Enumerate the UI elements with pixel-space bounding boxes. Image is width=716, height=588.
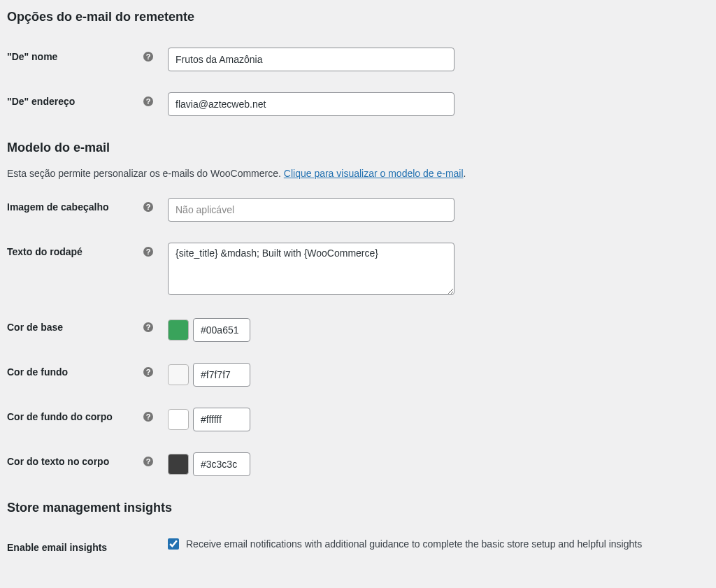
header-image-label: Imagem de cabeçalho (7, 201, 109, 213)
base-color-label: Cor de base (7, 322, 63, 333)
help-icon[interactable]: ? (143, 366, 154, 378)
from-address-input[interactable] (168, 92, 454, 116)
body-text-color-input[interactable] (193, 452, 250, 476)
body-text-color-swatch[interactable] (168, 454, 189, 475)
enable-insights-description: Receive email notifications with additio… (186, 538, 642, 550)
insights-table: Enable email insights Receive email noti… (7, 528, 709, 567)
help-icon[interactable]: ? (143, 456, 154, 467)
help-icon[interactable]: ? (143, 96, 154, 107)
background-color-input[interactable] (193, 363, 250, 387)
svg-text:?: ? (146, 457, 151, 466)
svg-text:?: ? (146, 323, 151, 331)
svg-text:?: ? (146, 248, 151, 256)
footer-text-input[interactable] (168, 243, 454, 295)
help-icon[interactable]: ? (143, 322, 154, 333)
help-icon[interactable]: ? (143, 51, 154, 62)
from-name-label: "De" nome (7, 51, 57, 62)
enable-insights-label: Enable email insights (7, 542, 107, 553)
base-color-input[interactable] (193, 318, 250, 342)
svg-text:?: ? (146, 368, 151, 376)
background-color-label: Cor de fundo (7, 366, 68, 378)
background-color-swatch[interactable] (168, 364, 189, 385)
base-color-swatch[interactable] (168, 320, 189, 340)
insights-section-title: Store management insights (7, 501, 709, 515)
body-background-label: Cor de fundo do corpo (7, 411, 113, 422)
svg-text:?: ? (146, 52, 151, 61)
header-image-input[interactable] (168, 198, 454, 222)
sender-options-table: "De" nome ? "De" endereço ? (7, 37, 709, 127)
help-icon[interactable]: ? (143, 411, 154, 422)
sender-section-title: Opções do e-mail do remetente (7, 10, 709, 24)
help-icon[interactable]: ? (143, 246, 154, 257)
enable-insights-checkbox[interactable] (168, 538, 179, 550)
template-options-table: Imagem de cabeçalho ? Texto do rodapé ? (7, 187, 709, 487)
body-text-color-label: Cor do texto no corpo (7, 456, 109, 467)
from-name-input[interactable] (168, 48, 454, 71)
from-address-label: "De" endereço (7, 96, 75, 107)
svg-text:?: ? (146, 97, 151, 106)
body-background-input[interactable] (193, 408, 250, 431)
template-section-title: Modelo do e-mail (7, 141, 709, 155)
help-icon[interactable]: ? (143, 201, 154, 213)
template-description: Esta seção permite personalizar os e-mai… (7, 168, 709, 179)
body-background-swatch[interactable] (168, 409, 189, 430)
footer-text-label: Texto do rodapé (7, 246, 83, 257)
svg-text:?: ? (146, 413, 151, 421)
svg-text:?: ? (146, 203, 151, 211)
preview-template-link[interactable]: Clique para visualizar o modelo de e-mai… (284, 168, 464, 179)
